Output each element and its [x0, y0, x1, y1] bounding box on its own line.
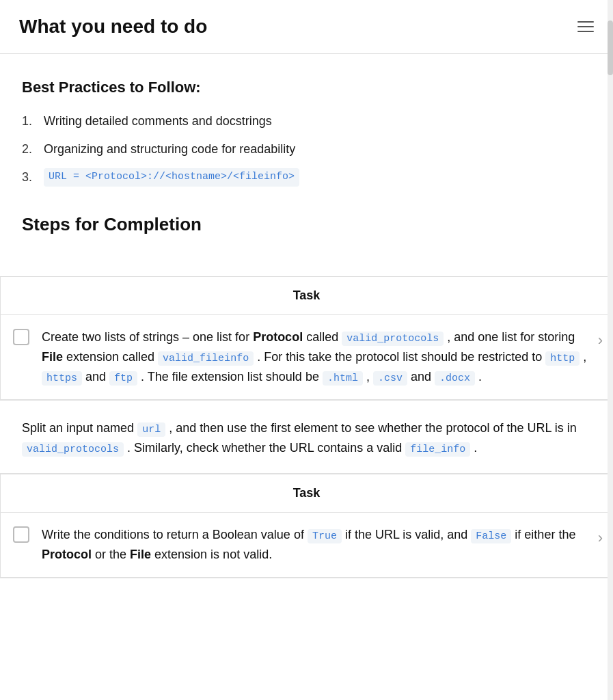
- practice-text-1: Writing detailed comments and docstrings: [44, 112, 272, 131]
- header: What you need to do: [0, 0, 613, 54]
- hamburger-line-1: [577, 21, 594, 23]
- scrollbar-thumb[interactable]: [608, 21, 613, 75]
- url-format-code: URL = <Protocol>://<hostname>/<fileinfo>: [44, 168, 299, 187]
- task2-write: Write the conditions to return a Boolean…: [42, 528, 308, 541]
- task1-checkbox[interactable]: [13, 329, 29, 345]
- task1-comma2: ,: [580, 350, 586, 364]
- task1-extension-called: extension called: [63, 350, 158, 364]
- main-content: Best Practices to Follow: 1. Writing det…: [0, 54, 613, 276]
- interlude-period: .: [470, 441, 477, 455]
- task1-for-this-take: . For this take the protocol list should…: [254, 350, 545, 364]
- task1-code-html: .html: [323, 371, 363, 386]
- task1-code-valid-fileinfo: valid_fileinfo: [158, 351, 254, 366]
- page-title: What you need to do: [19, 12, 207, 41]
- interlude-section: Split an input named url , and then use …: [0, 401, 613, 474]
- interlude-code-url: url: [137, 422, 165, 437]
- task1-code-csv: .csv: [373, 371, 407, 386]
- task1-section: Task Create two lists of strings – one l…: [0, 276, 613, 401]
- task1-text-before-protocol: Create two lists of strings – one list f…: [42, 330, 253, 344]
- task2-arrow[interactable]: ›: [598, 526, 603, 549]
- task1-code-valid-protocols: valid_protocols: [342, 332, 444, 346]
- task2-protocol-bold: Protocol: [42, 548, 92, 561]
- task2-label: Task: [1, 474, 612, 513]
- task2-text: Write the conditions to return a Boolean…: [42, 525, 588, 565]
- task1-comma1: ,: [444, 330, 450, 344]
- practice-text-2: Organizing and structuring code for read…: [44, 140, 295, 159]
- task1-code-http: http: [545, 351, 580, 366]
- task2-rest: if either the: [511, 528, 575, 541]
- interlude-split: Split an input named: [22, 421, 137, 435]
- best-practices-heading: Best Practices to Follow:: [22, 76, 591, 98]
- interlude-code-file-info: file_info: [405, 442, 470, 457]
- task1-code-docx: .docx: [435, 371, 475, 386]
- task1-and1: and: [82, 370, 109, 383]
- practices-list: 1. Writing detailed comments and docstri…: [22, 112, 591, 187]
- list-num-2: 2.: [22, 140, 44, 159]
- list-num-3: 3.: [22, 168, 44, 187]
- steps-heading: Steps for Completion: [22, 211, 591, 238]
- task1-protocol-bold: Protocol: [253, 330, 303, 344]
- hamburger-line-2: [577, 26, 594, 27]
- task1-period: .: [475, 370, 482, 383]
- task1-arrow[interactable]: ›: [598, 329, 603, 351]
- task2-if: if the URL is valid, and: [342, 528, 471, 541]
- bottom-spacer: [0, 578, 613, 619]
- scrollbar-track: [608, 0, 613, 700]
- task1-code-https: https: [42, 371, 82, 386]
- task2-code-false: False: [471, 529, 511, 543]
- task2-row: Write the conditions to return a Boolean…: [1, 513, 612, 578]
- task2-file-bold: File: [130, 548, 151, 561]
- best-practices-section: Best Practices to Follow: 1. Writing det…: [22, 76, 591, 187]
- task2-code-true: True: [308, 529, 342, 543]
- task2-checkbox[interactable]: [13, 526, 29, 543]
- interlude-code-valid-protocols: valid_protocols: [22, 442, 124, 457]
- task1-text: Create two lists of strings – one list f…: [42, 327, 588, 387]
- task1-file-bold: File: [42, 350, 63, 364]
- task1-called: called: [303, 330, 342, 344]
- list-item: 1. Writing detailed comments and docstri…: [22, 112, 591, 131]
- interlude-similarly: . Similarly, check whether the URL conta…: [124, 441, 405, 455]
- task1-code-ftp: ftp: [109, 371, 137, 386]
- task1-label: Task: [1, 277, 612, 315]
- task1-the-file: . The file extension list should be: [137, 370, 323, 383]
- task2-section: Task Write the conditions to return a Bo…: [0, 474, 613, 578]
- hamburger-menu-button[interactable]: [577, 21, 594, 32]
- task2-or: or the: [92, 548, 130, 561]
- interlude-then: , and then use the first element to see …: [165, 421, 577, 435]
- hamburger-line-3: [577, 31, 594, 32]
- task1-and-one: and one list for storing: [450, 330, 575, 344]
- task1-comma3: ,: [363, 370, 370, 383]
- list-num-1: 1.: [22, 112, 44, 131]
- task2-end: extension is not valid.: [151, 548, 272, 561]
- list-item: 3. URL = <Protocol>://<hostname>/<filein…: [22, 168, 591, 187]
- task1-and2: and: [407, 370, 435, 383]
- list-item: 2. Organizing and structuring code for r…: [22, 140, 591, 159]
- task1-row: Create two lists of strings – one list f…: [1, 315, 612, 400]
